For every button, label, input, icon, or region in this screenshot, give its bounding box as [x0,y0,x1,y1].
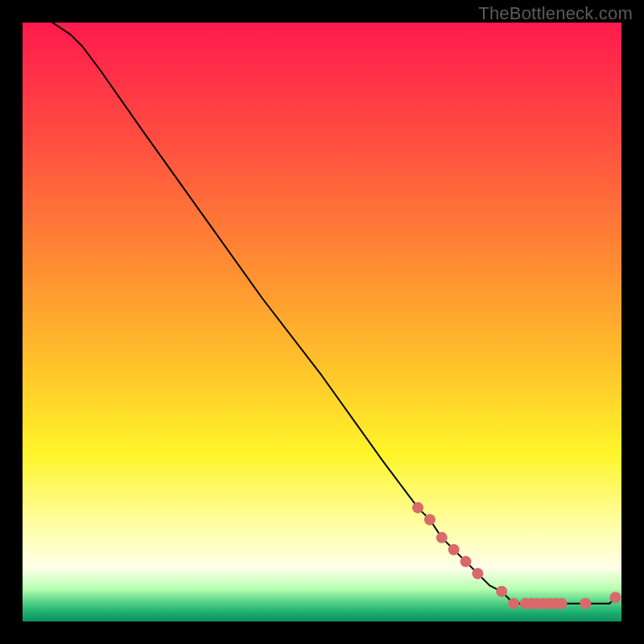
series-marker [610,592,621,603]
series-marker [436,532,448,543]
series-marker [448,544,460,555]
chart-svg [0,0,644,644]
series-marker [472,568,483,579]
series-marker [580,598,591,609]
series-marker [556,598,568,609]
chart-container: TheBottleneck.com [0,0,644,644]
series-marker [424,514,436,526]
plot-background [23,23,621,621]
series-marker [496,586,507,597]
watermark-text: TheBottleneck.com [478,3,633,24]
series-marker [508,598,519,609]
series-marker [460,556,472,568]
series-marker [412,502,423,514]
